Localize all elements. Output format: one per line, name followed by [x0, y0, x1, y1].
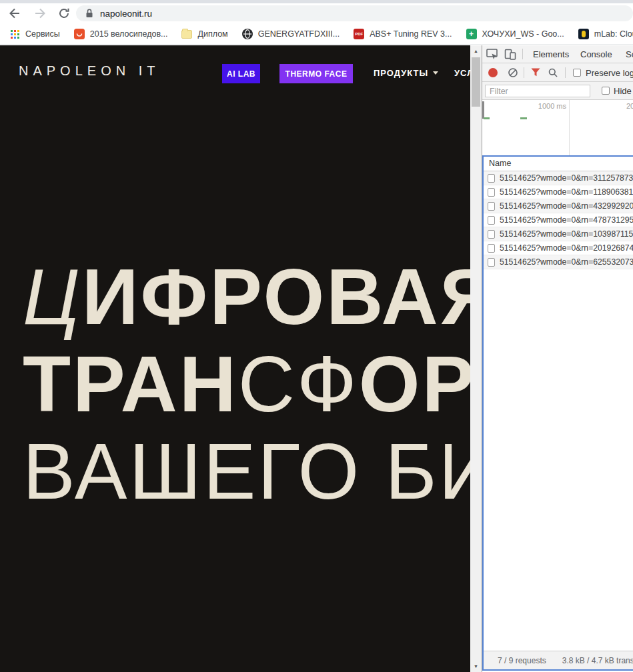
bookmark-item-hochuhi[interactable]: + ХОЧУХИ_WS - Goo... — [466, 29, 564, 39]
timeline-tick-2000ms: 2000 ms — [626, 102, 633, 110]
scrollbar-up-icon[interactable]: ▲ — [470, 46, 482, 56]
bookmark-item-bikes[interactable]: 2015 велосипедов... — [74, 29, 168, 39]
thermo-face-button[interactable]: THERMO FACE — [279, 64, 353, 83]
network-request-row[interactable]: 51514625?wmode=0&rn=4329929208 — [484, 199, 633, 213]
network-status-bar: 7 / 9 requests 3.8 kB / 4.7 kB transferr… — [484, 651, 633, 669]
page-scrollbar[interactable]: ▲ ▼ — [470, 45, 482, 672]
transferred-size: 3.8 kB / 4.7 kB transferred — [562, 656, 633, 665]
bookmark-item-diploma[interactable]: Диплом — [181, 29, 227, 39]
globe-icon — [242, 29, 253, 39]
bookmarks-bar: Сервисы 2015 велосипедов... Диплом GENER… — [0, 24, 633, 45]
request-doc-icon — [488, 216, 495, 225]
folder-icon — [181, 29, 192, 39]
pdf-icon: PDF — [354, 29, 364, 39]
preserve-log-label[interactable]: Preserve log — [586, 68, 633, 78]
scrollbar-thumb[interactable] — [472, 57, 480, 107]
site-logo[interactable]: NAPOLEON IT — [19, 63, 159, 79]
inspect-element-icon[interactable] — [486, 49, 498, 60]
address-bar[interactable]: napoleonit.ru — [76, 5, 633, 21]
hide-data-urls-label[interactable]: Hide — [614, 86, 632, 96]
network-overview-timeline[interactable]: 1000 ms 2000 ms — [482, 100, 633, 155]
request-doc-icon — [488, 258, 495, 267]
record-icon[interactable] — [488, 68, 498, 77]
network-request-row[interactable]: 51514625?wmode=0&rn=1039871151 — [484, 227, 633, 241]
requests-count: 7 / 9 requests — [498, 656, 546, 665]
sheets-icon: + — [466, 29, 477, 39]
request-doc-icon — [488, 174, 495, 183]
network-requests-table: Name 51514625?wmode=0&rn=3112578738 5151… — [482, 155, 633, 671]
forward-icon[interactable] — [33, 7, 47, 20]
request-rows: 51514625?wmode=0&rn=3112578738 51514625?… — [484, 171, 633, 269]
network-request-row[interactable]: 51514625?wmode=0&rn=4787312958 — [484, 213, 633, 227]
tab-sources[interactable]: Sources — [626, 49, 633, 59]
mlab-icon — [578, 29, 589, 39]
request-doc-icon — [488, 244, 495, 253]
network-request-row[interactable]: 51514625?wmode=0&rn=2019268748 — [484, 241, 633, 255]
chevron-down-icon — [433, 71, 438, 75]
name-column-header[interactable]: Name — [484, 157, 633, 171]
divider — [565, 67, 566, 78]
bookmark-item-mlab[interactable]: mLab: Cloud-hoste... — [578, 29, 633, 39]
aliexpress-icon — [74, 29, 85, 39]
bookmark-item-abs-tuning[interactable]: PDF ABS+ Tuning REV 3... — [354, 29, 452, 39]
filter-input[interactable] — [485, 85, 590, 97]
nav-services[interactable]: УСЛУГИ — [454, 68, 471, 78]
hero-heading: ЦИФРОВАЯ ТРАНСФОРМАЦИЯ ВАШЕГО БИЗНЕСА — [23, 253, 471, 515]
tab-elements[interactable]: Elements — [533, 49, 569, 59]
request-doc-icon — [488, 230, 495, 239]
timeline-request-dash — [484, 117, 490, 119]
lock-icon[interactable] — [85, 8, 94, 19]
request-doc-icon — [488, 202, 495, 211]
timeline-marker — [482, 101, 484, 119]
bookmark-item-services[interactable]: Сервисы — [9, 29, 60, 39]
network-request-row[interactable]: 51514625?wmode=0&rn=6255320738 — [484, 255, 633, 269]
hero-line-1: ЦИФРОВАЯ — [23, 253, 471, 341]
divider — [522, 49, 523, 59]
bookmark-item-genergy[interactable]: GENERGYATFDXIII... — [242, 29, 340, 39]
hero-line-2: ТРАНСФОРМАЦИЯ — [23, 341, 471, 428]
nav-products[interactable]: ПРОДУКТЫ — [374, 68, 438, 78]
scrollbar-down-icon[interactable]: ▼ — [470, 661, 482, 671]
back-icon[interactable] — [8, 7, 21, 20]
network-request-row[interactable]: 51514625?wmode=0&rn=1189063818 — [484, 185, 633, 199]
clear-icon[interactable] — [508, 67, 518, 78]
devtools-tab-bar: Elements Console Sources — [482, 45, 633, 63]
network-filter-row: Hide — [482, 82, 633, 100]
hero-line-3: ВАШЕГО БИЗНЕСА — [23, 428, 471, 515]
network-request-row[interactable]: 51514625?wmode=0&rn=3112578738 — [484, 171, 633, 185]
timeline-tick-1000ms: 1000 ms — [482, 102, 566, 110]
device-toolbar-icon[interactable] — [504, 49, 516, 60]
apps-grid-icon — [9, 29, 20, 39]
reload-icon[interactable] — [57, 7, 71, 20]
devtools-panel: Elements Console Sources Preserve log Hi… — [482, 45, 633, 672]
search-icon[interactable] — [548, 67, 558, 78]
filter-funnel-icon[interactable] — [530, 67, 541, 78]
page-content: NAPOLEON IT AI LAB THERMO FACE ПРОДУКТЫ … — [0, 45, 471, 672]
hide-data-urls-checkbox[interactable] — [602, 87, 610, 95]
browser-toolbar: napoleonit.ru — [0, 3, 633, 24]
request-doc-icon — [488, 188, 495, 197]
network-toolbar: Preserve log — [482, 63, 633, 82]
browser-window: napoleonit.ru Сервисы 2015 велосипедов..… — [0, 0, 633, 672]
tab-console[interactable]: Console — [580, 49, 612, 59]
timeline-request-dash — [520, 117, 527, 119]
divider — [524, 67, 524, 78]
timeline-gridline — [569, 100, 570, 155]
url-text: napoleonit.ru — [100, 9, 152, 19]
preserve-log-checkbox[interactable] — [573, 69, 581, 77]
ai-lab-button[interactable]: AI LAB — [222, 64, 260, 83]
